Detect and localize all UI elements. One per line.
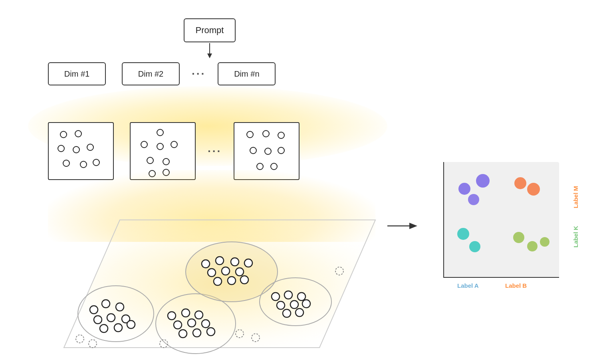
svg-point-11	[107, 314, 115, 322]
sc1-c4	[73, 146, 80, 153]
dot-purple-3	[468, 194, 479, 205]
svg-point-9	[116, 303, 124, 311]
dim-box-n-label: Dim #n	[234, 69, 259, 79]
svg-point-26	[168, 312, 176, 320]
svg-point-38	[277, 301, 285, 309]
scn-c4	[250, 147, 257, 154]
svg-point-13	[100, 324, 108, 332]
svg-point-16	[202, 260, 210, 268]
svg-point-25	[240, 276, 248, 284]
svg-point-32	[179, 330, 187, 338]
svg-point-29	[174, 321, 182, 329]
svg-point-14	[114, 324, 122, 332]
svg-point-30	[188, 319, 196, 327]
scatter-box-1	[48, 122, 114, 180]
svg-point-8	[102, 300, 110, 308]
svg-point-34	[207, 328, 215, 336]
svg-point-17	[216, 257, 224, 265]
dim-box-2: Dim #2	[122, 62, 180, 85]
sc1-c3	[58, 145, 65, 152]
svg-point-40	[302, 300, 310, 308]
x-axis	[443, 277, 559, 278]
y-axis	[443, 162, 444, 278]
svg-point-39	[290, 301, 298, 309]
dim-boxes-row: Dim #1 Dim #2 ··· Dim #n	[48, 62, 375, 85]
dots-separator-scatter: ···	[208, 145, 222, 158]
scn-c8	[270, 163, 278, 170]
svg-point-36	[284, 291, 292, 299]
dim-box-1-label: Dim #1	[64, 69, 89, 79]
label-a: Label A	[457, 282, 479, 289]
sc2-c3	[157, 143, 164, 150]
sc2-c4	[171, 141, 178, 148]
scn-c7	[256, 163, 264, 170]
sc2-c6	[163, 158, 170, 165]
plane-svg	[40, 196, 383, 356]
arrow-down-icon	[207, 43, 212, 58]
prompt-box: Prompt	[184, 18, 236, 42]
right-panel: Label A Label B Label M Label K	[435, 150, 579, 302]
sc1-c7	[80, 161, 87, 168]
svg-point-24	[228, 277, 236, 285]
svg-point-41	[283, 309, 291, 317]
scn-c5	[264, 148, 272, 155]
prompt-label: Prompt	[196, 25, 224, 36]
svg-point-35	[272, 293, 280, 301]
dot-purple-2	[476, 174, 490, 188]
label-b: Label B	[505, 282, 527, 289]
svg-point-7	[90, 306, 98, 314]
dim-box-2-label: Dim #2	[138, 69, 163, 79]
svg-point-15	[127, 320, 135, 328]
svg-marker-1	[207, 53, 212, 58]
sc2-c1	[157, 129, 164, 136]
label-m: Label M	[572, 186, 579, 208]
main-container: Prompt Dim #1 Dim #2 ··· Dim #n	[0, 0, 607, 364]
dot-teal-1	[457, 228, 469, 240]
svg-point-33	[193, 329, 201, 337]
dot-orange-1	[514, 177, 526, 189]
sc2-c7	[149, 170, 156, 177]
label-k: Label K	[572, 226, 579, 247]
sc1-c1	[60, 131, 67, 138]
svg-point-10	[94, 316, 102, 324]
svg-point-23	[214, 277, 222, 285]
sc2-c5	[147, 157, 154, 164]
scatter-boxes-row: ···	[48, 122, 375, 180]
svg-point-21	[222, 267, 230, 275]
scatter-box-n	[234, 122, 300, 180]
svg-marker-50	[409, 223, 417, 229]
svg-point-28	[195, 311, 203, 319]
dim-box-n: Dim #n	[218, 62, 276, 85]
right-arrow-icon	[387, 220, 419, 232]
svg-point-37	[298, 293, 305, 301]
dot-orange-2	[527, 183, 540, 196]
dot-purple-1	[458, 183, 470, 195]
scn-c3	[278, 132, 285, 139]
left-diagram: Prompt Dim #1 Dim #2 ··· Dim #n	[28, 10, 387, 354]
svg-point-22	[236, 268, 244, 276]
dots-separator-dim: ···	[192, 67, 206, 80]
svg-point-19	[244, 259, 252, 267]
svg-point-5	[186, 242, 278, 302]
dot-olive-2	[527, 241, 538, 251]
scn-c6	[278, 147, 285, 154]
scatter-plot-box: Label A Label B Label M Label K	[443, 162, 559, 278]
sc2-c2	[141, 141, 148, 148]
scn-c1	[246, 131, 254, 138]
svg-point-18	[231, 258, 239, 266]
svg-point-27	[182, 309, 190, 317]
sc1-c5	[87, 144, 94, 151]
sc1-c8	[93, 159, 100, 166]
scn-c2	[262, 130, 270, 137]
dot-teal-2	[469, 241, 480, 252]
sc1-c2	[75, 130, 82, 137]
sc1-c6	[63, 160, 70, 167]
scatter-box-2	[130, 122, 196, 180]
svg-point-20	[208, 269, 216, 277]
plane-container	[40, 196, 367, 352]
dim-box-1: Dim #1	[48, 62, 106, 85]
dot-olive-3	[540, 237, 549, 247]
svg-point-31	[202, 320, 210, 328]
svg-point-42	[296, 309, 304, 317]
dot-olive-1	[513, 232, 524, 243]
